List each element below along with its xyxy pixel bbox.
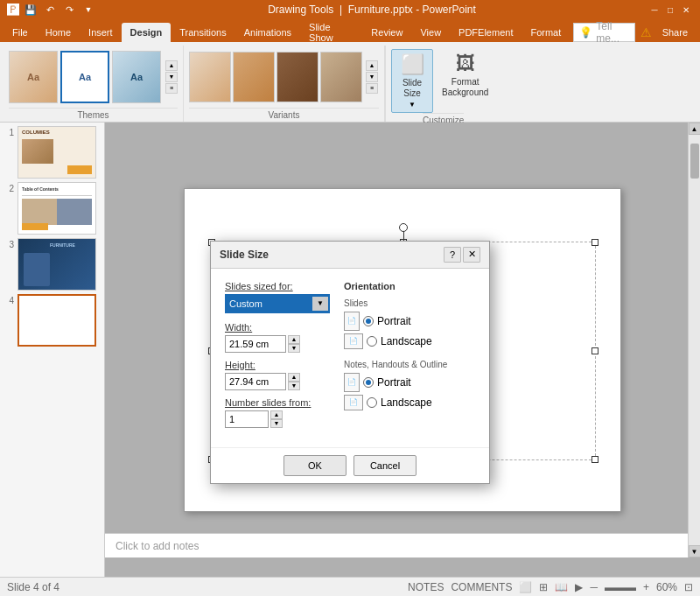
scroll-track[interactable] [689,135,700,545]
slides-portrait-radio[interactable] [363,316,374,326]
ribbon-content: Aa Aa Aa ▲ ▼ ≡ Themes ▲ ▼ [0,42,700,123]
slide-item-2[interactable]: 2 Table of Contents [4,182,101,235]
dialog-close-button[interactable]: ✕ [463,247,480,263]
theme-1[interactable]: Aa [9,51,58,103]
view-reading-btn[interactable]: 📖 [555,581,568,593]
height-spinner-btns: ▲ ▼ [288,373,300,390]
variant-scroll-more[interactable]: ≡ [366,83,378,94]
handle-mr[interactable] [592,347,598,354]
minimize-button[interactable]: ─ [648,4,662,16]
tab-insert[interactable]: Insert [80,23,122,42]
view-slideshow-btn[interactable]: ▶ [575,581,583,593]
scroll-down-button[interactable]: ▼ [689,545,701,557]
height-increment-btn[interactable]: ▲ [288,373,300,382]
rotate-handle[interactable] [399,223,408,232]
zoom-in-btn[interactable]: + [643,581,649,593]
dialog-help-button[interactable]: ? [444,247,461,263]
qa-undo[interactable]: ↶ [42,2,58,18]
theme-scroll-arrows[interactable]: ▲ ▼ ≡ [165,60,178,94]
slides-from-input[interactable] [225,410,269,428]
variant-1[interactable] [189,52,231,102]
maximize-button[interactable]: □ [663,4,677,16]
fit-slide-btn[interactable]: ⊡ [684,581,693,593]
slide-thumb-1[interactable]: COLUMIES [18,126,96,179]
slides-from-decrement-btn[interactable]: ▼ [270,419,283,428]
width-input[interactable] [225,335,286,353]
format-background-button[interactable]: 🖼 Format Background [435,49,495,102]
slide-thumb-4[interactable] [18,294,96,347]
tab-slideshow[interactable]: Slide Show [300,23,362,42]
notes-orientation-section: Notes, Handouts & Outline 📄 Portrait 📄 [344,360,475,410]
slides-from-increment-btn[interactable]: ▲ [270,410,283,419]
tab-home[interactable]: Home [37,23,80,42]
height-decrement-btn[interactable]: ▼ [288,382,300,390]
slide-thumb-2[interactable]: Table of Contents [18,182,96,235]
tab-format[interactable]: Format [522,23,570,42]
cancel-button[interactable]: Cancel [354,455,416,476]
zoom-out-btn[interactable]: ─ [590,581,598,593]
handle-tr[interactable] [592,239,598,246]
main-area: 1 COLUMIES 2 Table of Contents 3 [0,123,700,577]
variant-scroll-arrows[interactable]: ▲ ▼ ≡ [366,60,378,94]
width-spinner-btns: ▲ ▼ [288,335,300,353]
window-title: Drawing Tools | Furniture.pptx - PowerPo… [96,4,648,16]
height-input[interactable] [225,373,286,390]
view-slidesorter-btn[interactable]: ⊞ [539,581,548,593]
title-bar: 🅿 💾 ↶ ↷ ▼ Drawing Tools | Furniture.pptx… [0,0,700,19]
tell-me-box[interactable]: 💡 Tell me... [573,23,634,42]
zoom-slider[interactable]: ▬▬▬ [605,581,636,593]
qa-redo[interactable]: ↷ [61,2,77,18]
width-decrement-btn[interactable]: ▼ [288,344,300,353]
tab-share[interactable]: Share [654,23,696,42]
notes-landscape-option[interactable]: 📄 Landscape [344,395,475,410]
scroll-up-button[interactable]: ▲ [689,123,701,135]
slide-item-1[interactable]: 1 COLUMIES [4,126,101,179]
tab-animations[interactable]: Animations [235,23,300,42]
tab-pdfelement[interactable]: PDFElement [450,23,522,42]
notes-portrait-option[interactable]: 📄 Portrait [344,373,475,392]
slides-landscape-option[interactable]: 📄 Landscape [344,333,475,349]
width-increment-btn[interactable]: ▲ [288,335,300,344]
comments-status-btn[interactable]: COMMENTS [451,581,512,593]
dialog-footer: OK Cancel [211,447,489,483]
notes-landscape-radio[interactable] [367,397,377,408]
scroll-more-arrow[interactable]: ≡ [165,83,178,94]
tab-view[interactable]: View [411,23,450,42]
slides-portrait-option[interactable]: 📄 Portrait [344,312,475,331]
ribbon-tabs: File Home Insert Design Transitions Anim… [0,19,700,42]
slides-sized-for-select[interactable]: Custom [225,294,330,313]
theme-2[interactable]: Aa [60,51,109,103]
scroll-thumb[interactable] [690,144,699,179]
variant-2[interactable] [233,52,275,102]
tab-file[interactable]: File [4,23,37,42]
notes-status-btn[interactable]: NOTES [408,581,444,593]
width-label: Width: [225,322,330,333]
slides-portrait-icon: 📄 [344,312,360,331]
slide-number-4: 4 [4,294,14,305]
view-normal-btn[interactable]: ⬜ [519,581,532,593]
tab-transitions[interactable]: Transitions [171,23,234,42]
ok-button[interactable]: OK [284,455,346,476]
variant-scroll-down[interactable]: ▼ [366,72,378,82]
notes-orient-label: Notes, Handouts & Outline [344,360,475,369]
qa-save[interactable]: 💾 [23,2,38,18]
variant-4[interactable] [320,52,362,102]
theme-3[interactable]: Aa [112,51,161,103]
slide-item-4[interactable]: 4 [4,294,101,347]
scroll-down-arrow[interactable]: ▼ [165,72,178,82]
notes-portrait-radio[interactable] [363,377,374,388]
variant-scroll-up[interactable]: ▲ [366,60,378,71]
close-button[interactable]: ✕ [679,4,693,16]
scroll-up-arrow[interactable]: ▲ [165,60,178,71]
slide-size-button[interactable]: ⬜ Slide Size ▼ [391,49,433,113]
slide-item-3[interactable]: 3 FURNITURE [4,238,101,291]
window-controls: ─ □ ✕ [648,4,693,16]
handle-br[interactable] [592,456,598,463]
slides-landscape-radio[interactable] [367,336,377,347]
tab-review[interactable]: Review [362,23,411,42]
qa-custom[interactable]: ▼ [80,2,96,18]
tab-design[interactable]: Design [122,23,172,42]
notes-area[interactable]: Click to add notes [105,533,688,557]
variant-3[interactable] [276,52,318,102]
slide-thumb-3[interactable]: FURNITURE [18,238,96,291]
